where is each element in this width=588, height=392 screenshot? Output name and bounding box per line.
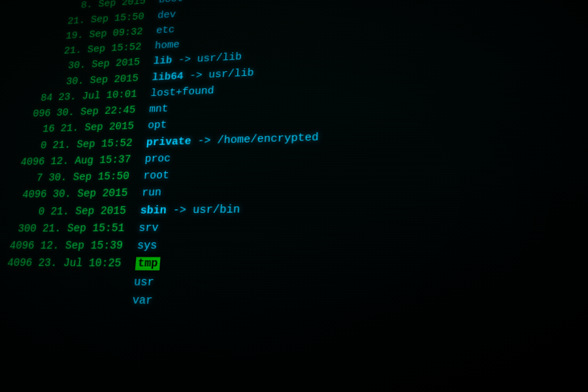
directory-name: lib64 (152, 70, 184, 83)
line-filename: home (154, 37, 180, 54)
line-metadata: 4096 12. Sep 15:39 (0, 237, 138, 255)
directory-name: sys (137, 239, 157, 252)
symlink-arrow: -> usr/bin (166, 203, 240, 217)
terminal-line: 4096 12. Sep 15:39sys (0, 235, 588, 255)
line-filename: dev (157, 7, 176, 23)
line-filename: var (131, 291, 153, 310)
symlink-arrow: -> /home/encrypted (191, 131, 319, 147)
line-filename: sbin -> usr/bin (140, 201, 241, 220)
directory-name: home (154, 39, 180, 52)
line-filename: opt (147, 117, 167, 134)
line-filename: lost+found (150, 83, 215, 102)
terminal-screen: 15:53bin -> usr/bin8. Sep 2015boot21. Se… (0, 0, 588, 392)
symlink-arrow: -> usr/lib (183, 67, 254, 82)
symlink-arrow: -> usr/lib (172, 52, 242, 67)
directory-name: mnt (149, 103, 169, 116)
line-filename: run (141, 184, 162, 202)
line-filename: etc (155, 22, 175, 39)
terminal-content: 15:53bin -> usr/bin8. Sep 2015boot21. Se… (0, 0, 588, 340)
line-filename: sys (137, 237, 158, 255)
line-filename: root (142, 167, 170, 185)
line-metadata: 300 21. Sep 15:51 (0, 220, 140, 238)
directory-name: dev (157, 8, 176, 21)
line-filename: usr (133, 273, 155, 291)
directory-name: sbin (140, 204, 167, 217)
line-filename: tmp (135, 255, 161, 273)
directory-name: run (141, 187, 161, 200)
line-metadata: 4096 23. Jul 10:25 (0, 255, 137, 273)
directory-name: srv (139, 221, 159, 235)
line-metadata: 0 21. Sep 2015 (0, 202, 141, 221)
line-metadata (0, 301, 132, 303)
line-metadata (0, 283, 134, 285)
line-filename: srv (138, 220, 159, 237)
line-filename: proc (144, 150, 171, 168)
directory-name: private (146, 135, 191, 149)
directory-name: boot (158, 0, 184, 6)
line-filename: mnt (148, 101, 169, 118)
tmp-directory: tmp (135, 257, 161, 270)
directory-name: root (143, 169, 170, 182)
directory-name: opt (147, 120, 167, 132)
directory-name: lib (153, 55, 172, 67)
directory-name: etc (155, 24, 175, 37)
line-metadata: 4096 30. Sep 2015 (0, 185, 142, 204)
directory-name: lost+found (150, 85, 214, 99)
directory-name: var (132, 294, 154, 308)
directory-name: usr (133, 275, 154, 289)
directory-name: proc (144, 152, 171, 165)
